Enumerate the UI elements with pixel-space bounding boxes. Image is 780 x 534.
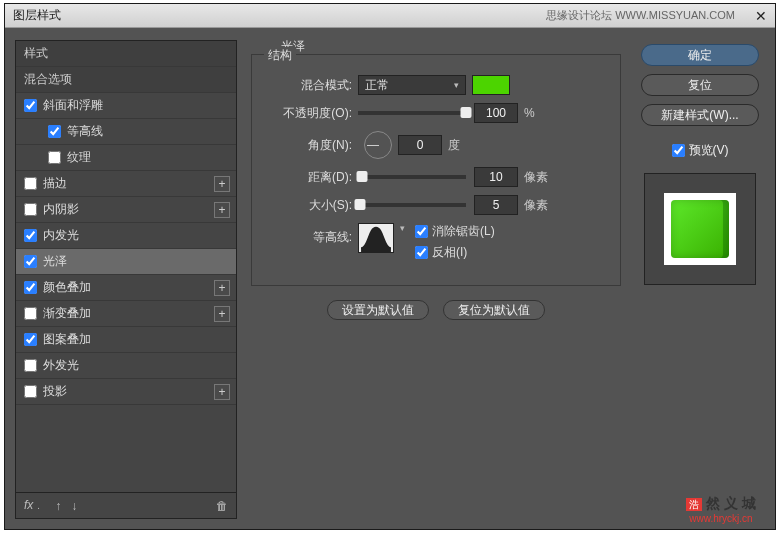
sidebar-header-blend[interactable]: 混合选项 bbox=[16, 67, 236, 93]
blend-mode-row: 混合模式: 正常 ▾ bbox=[262, 75, 610, 95]
blend-mode-label: 混合模式: bbox=[262, 77, 358, 94]
size-row: 大小(S): 5 像素 bbox=[262, 195, 610, 215]
titlebar: 图层样式 思缘设计论坛 WWW.MISSYUAN.COM ✕ bbox=[5, 4, 775, 28]
contour-label: 等高线: bbox=[262, 223, 358, 246]
trash-icon[interactable]: 🗑 bbox=[216, 499, 228, 513]
reset-default-button[interactable]: 复位为默认值 bbox=[443, 300, 545, 320]
right-panel: 确定 复位 新建样式(W)... 预览(V) bbox=[635, 40, 765, 519]
contour-row: 等高线: ▾ 消除锯齿(L) 反相(I) bbox=[262, 223, 610, 261]
plus-icon[interactable]: + bbox=[214, 306, 230, 322]
plus-icon[interactable]: + bbox=[214, 384, 230, 400]
preview-checkbox[interactable]: 预览(V) bbox=[672, 142, 729, 159]
chevron-down-icon[interactable]: ▾ bbox=[400, 223, 405, 233]
arrow-down-icon[interactable]: ↓ bbox=[71, 499, 77, 513]
structure-fieldset: 结构 混合模式: 正常 ▾ 不透明度(O): 100 % 角度(N) bbox=[251, 54, 621, 286]
contour-checkbox[interactable] bbox=[48, 125, 61, 138]
bevel-checkbox[interactable] bbox=[24, 99, 37, 112]
angle-dial[interactable] bbox=[364, 131, 392, 159]
sidebar-item-contour[interactable]: 等高线 bbox=[16, 119, 236, 145]
outer-glow-checkbox[interactable] bbox=[24, 359, 37, 372]
angle-row: 角度(N): 0 度 bbox=[262, 131, 610, 159]
sidebar-header-styles[interactable]: 样式 bbox=[16, 41, 236, 67]
center-panel: 光泽 结构 混合模式: 正常 ▾ 不透明度(O): 100 % bbox=[247, 40, 625, 519]
fieldset-legend: 结构 bbox=[264, 47, 296, 64]
sidebar-item-drop-shadow[interactable]: 投影+ bbox=[16, 379, 236, 405]
slider-thumb[interactable] bbox=[357, 171, 368, 182]
slider-thumb[interactable] bbox=[355, 199, 366, 210]
angle-unit: 度 bbox=[448, 137, 460, 154]
drop-shadow-checkbox[interactable] bbox=[24, 385, 37, 398]
watermark: 浩 然 义 城 www.hryckj.cn bbox=[666, 484, 776, 534]
invert-checkbox[interactable]: 反相(I) bbox=[415, 244, 495, 261]
size-unit: 像素 bbox=[524, 197, 548, 214]
opacity-label: 不透明度(O): bbox=[262, 105, 358, 122]
styles-sidebar: 样式 混合选项 斜面和浮雕 等高线 纹理 描边+ 内阴影+ 内发光 光泽 颜色叠… bbox=[15, 40, 237, 519]
sidebar-item-outer-glow[interactable]: 外发光 bbox=[16, 353, 236, 379]
sidebar-footer: fx﹒ ↑ ↓ 🗑 bbox=[16, 492, 236, 518]
distance-input[interactable]: 10 bbox=[474, 167, 518, 187]
preview-box bbox=[644, 173, 756, 285]
blend-mode-select[interactable]: 正常 ▾ bbox=[358, 75, 466, 95]
chevron-down-icon: ▾ bbox=[454, 80, 459, 90]
size-slider[interactable] bbox=[358, 203, 466, 207]
opacity-unit: % bbox=[524, 106, 535, 120]
contour-picker[interactable] bbox=[358, 223, 394, 253]
inner-glow-checkbox[interactable] bbox=[24, 229, 37, 242]
opacity-input[interactable]: 100 bbox=[474, 103, 518, 123]
plus-icon[interactable]: + bbox=[214, 202, 230, 218]
distance-unit: 像素 bbox=[524, 169, 548, 186]
size-label: 大小(S): bbox=[262, 197, 358, 214]
sidebar-item-stroke[interactable]: 描边+ bbox=[16, 171, 236, 197]
sidebar-item-inner-shadow[interactable]: 内阴影+ bbox=[16, 197, 236, 223]
sidebar-item-gradient-overlay[interactable]: 渐变叠加+ bbox=[16, 301, 236, 327]
inner-shadow-checkbox[interactable] bbox=[24, 203, 37, 216]
forum-credit: 思缘设计论坛 WWW.MISSYUAN.COM bbox=[546, 8, 735, 23]
angle-input[interactable]: 0 bbox=[398, 135, 442, 155]
sidebar-item-satin[interactable]: 光泽 bbox=[16, 249, 236, 275]
reset-button[interactable]: 复位 bbox=[641, 74, 759, 96]
distance-slider[interactable] bbox=[358, 175, 466, 179]
fx-icon[interactable]: fx﹒ bbox=[24, 497, 45, 514]
sidebar-item-inner-glow[interactable]: 内发光 bbox=[16, 223, 236, 249]
color-swatch[interactable] bbox=[472, 75, 510, 95]
size-input[interactable]: 5 bbox=[474, 195, 518, 215]
plus-icon[interactable]: + bbox=[214, 280, 230, 296]
distance-label: 距离(D): bbox=[262, 169, 358, 186]
ok-button[interactable]: 确定 bbox=[641, 44, 759, 66]
arrow-up-icon[interactable]: ↑ bbox=[55, 499, 61, 513]
antialias-checkbox[interactable]: 消除锯齿(L) bbox=[415, 223, 495, 240]
opacity-row: 不透明度(O): 100 % bbox=[262, 103, 610, 123]
sidebar-item-bevel[interactable]: 斜面和浮雕 bbox=[16, 93, 236, 119]
pattern-overlay-checkbox[interactable] bbox=[24, 333, 37, 346]
close-icon[interactable]: ✕ bbox=[755, 8, 767, 24]
dialog-title: 图层样式 bbox=[13, 7, 546, 24]
preview-swatch bbox=[671, 200, 729, 258]
sidebar-item-pattern-overlay[interactable]: 图案叠加 bbox=[16, 327, 236, 353]
opacity-slider[interactable] bbox=[358, 111, 466, 115]
set-default-button[interactable]: 设置为默认值 bbox=[327, 300, 429, 320]
satin-checkbox[interactable] bbox=[24, 255, 37, 268]
preview-inner bbox=[664, 193, 736, 265]
gradient-overlay-checkbox[interactable] bbox=[24, 307, 37, 320]
texture-checkbox[interactable] bbox=[48, 151, 61, 164]
sidebar-item-color-overlay[interactable]: 颜色叠加+ bbox=[16, 275, 236, 301]
sidebar-item-texture[interactable]: 纹理 bbox=[16, 145, 236, 171]
layer-style-dialog: 图层样式 思缘设计论坛 WWW.MISSYUAN.COM ✕ 样式 混合选项 斜… bbox=[4, 3, 776, 530]
distance-row: 距离(D): 10 像素 bbox=[262, 167, 610, 187]
new-style-button[interactable]: 新建样式(W)... bbox=[641, 104, 759, 126]
stroke-checkbox[interactable] bbox=[24, 177, 37, 190]
color-overlay-checkbox[interactable] bbox=[24, 281, 37, 294]
angle-label: 角度(N): bbox=[262, 137, 358, 154]
slider-thumb[interactable] bbox=[461, 107, 472, 118]
plus-icon[interactable]: + bbox=[214, 176, 230, 192]
